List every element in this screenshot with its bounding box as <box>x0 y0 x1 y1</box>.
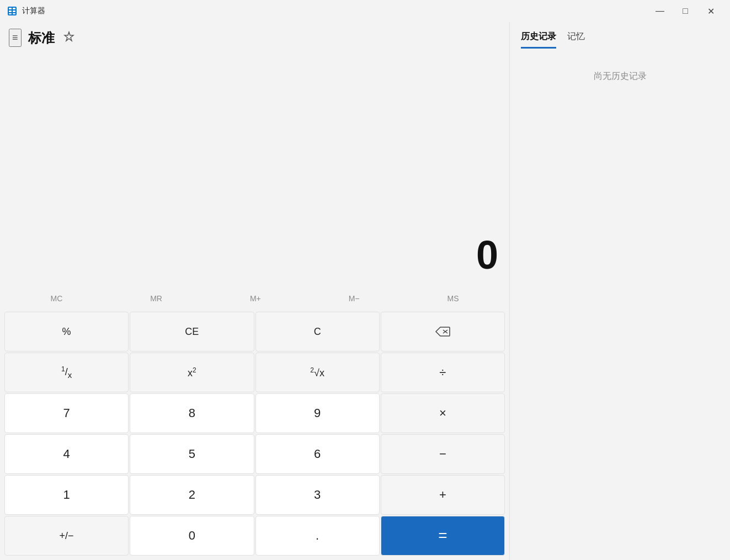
svg-rect-6 <box>13 13 15 14</box>
calc-header: ≡ 标准 <box>0 22 509 51</box>
four-button[interactable]: 4 <box>4 434 129 474</box>
two-button[interactable]: 2 <box>130 475 254 515</box>
calc-display: 0 <box>0 51 509 289</box>
nine-button[interactable]: 9 <box>255 393 380 433</box>
menu-button[interactable]: ≡ <box>9 29 22 47</box>
square-button[interactable]: x2 <box>130 353 254 392</box>
mminus-button[interactable]: M− <box>343 291 365 306</box>
ms-button[interactable]: MS <box>441 291 464 306</box>
titlebar-controls: — □ ✕ <box>647 2 723 20</box>
svg-rect-2 <box>13 8 15 9</box>
decimal-button[interactable]: . <box>255 516 380 556</box>
pin-icon <box>63 31 74 42</box>
keep-on-top-button[interactable] <box>61 29 77 47</box>
one-button[interactable]: 1 <box>4 475 129 515</box>
svg-rect-5 <box>9 13 12 14</box>
percent-button[interactable]: % <box>4 312 129 351</box>
svg-rect-1 <box>9 8 12 9</box>
mc-button[interactable]: MC <box>45 291 68 306</box>
add-button[interactable]: + <box>381 475 505 515</box>
c-button[interactable]: C <box>255 312 380 351</box>
titlebar: 计算器 — □ ✕ <box>0 0 730 22</box>
button-grid: % CE C 1/x x2 2√x ÷ 7 8 <box>0 312 509 560</box>
negate-button[interactable]: +/− <box>4 516 129 556</box>
calc-left: ≡ 标准 0 MC MR M+ M− MS % CE C <box>0 22 509 560</box>
tab-memory[interactable]: 记忆 <box>567 31 585 49</box>
ce-button[interactable]: CE <box>130 312 254 351</box>
right-content: 尚无历史记录 <box>510 49 730 560</box>
mr-button[interactable]: MR <box>145 291 168 306</box>
memory-row: MC MR M+ M− MS <box>0 289 509 308</box>
no-history-text: 尚无历史记录 <box>594 71 647 82</box>
close-button[interactable]: ✕ <box>698 2 723 20</box>
three-button[interactable]: 3 <box>255 475 380 515</box>
five-button[interactable]: 5 <box>130 434 254 474</box>
calc-wrapper: ≡ 标准 0 MC MR M+ M− MS % CE C <box>0 22 730 560</box>
right-tabs: 历史记录 记忆 <box>510 22 730 49</box>
tab-history[interactable]: 历史记录 <box>521 31 556 49</box>
eight-button[interactable]: 8 <box>130 393 254 433</box>
calc-mode-title: 标准 <box>28 29 55 47</box>
calc-right: 历史记录 记忆 尚无历史记录 <box>509 22 730 560</box>
app-title: 计算器 <box>22 6 45 16</box>
app-icon <box>7 6 18 17</box>
backspace-button[interactable] <box>381 312 505 351</box>
minimize-button[interactable]: — <box>647 2 673 20</box>
multiply-button[interactable]: × <box>381 393 505 433</box>
svg-rect-3 <box>9 10 12 12</box>
maximize-button[interactable]: □ <box>673 2 698 20</box>
zero-button[interactable]: 0 <box>130 516 254 556</box>
backspace-icon <box>435 326 450 337</box>
six-button[interactable]: 6 <box>255 434 380 474</box>
sqrt-button[interactable]: 2√x <box>255 353 380 392</box>
svg-rect-4 <box>13 10 15 12</box>
divide-button[interactable]: ÷ <box>381 353 505 392</box>
titlebar-left: 计算器 <box>7 6 45 17</box>
mplus-button[interactable]: M+ <box>244 291 267 306</box>
reciprocal-button[interactable]: 1/x <box>4 353 129 392</box>
seven-button[interactable]: 7 <box>4 393 129 433</box>
display-value: 0 <box>476 232 498 278</box>
equals-button[interactable]: = <box>381 516 505 556</box>
subtract-button[interactable]: − <box>381 434 505 474</box>
